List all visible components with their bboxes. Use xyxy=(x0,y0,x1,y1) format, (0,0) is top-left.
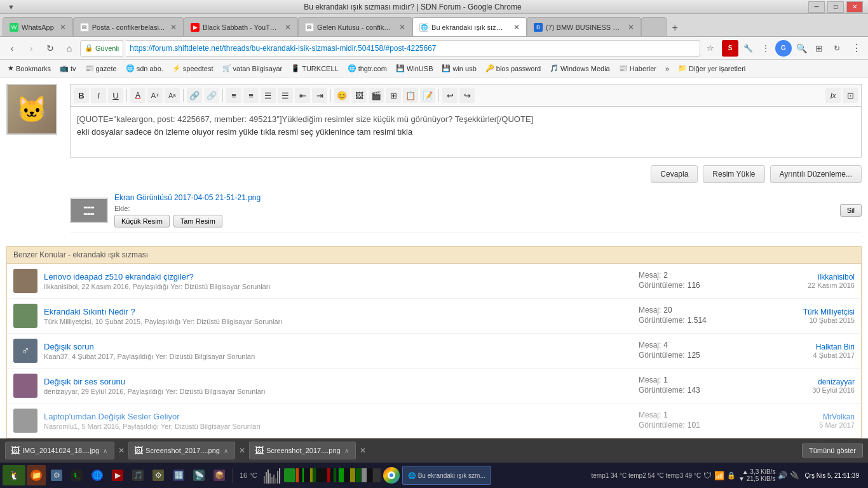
bookmark-other[interactable]: 📁 Diğer yer işaretleri xyxy=(674,62,749,76)
topic-5-author-name[interactable]: MrVolkan xyxy=(772,412,855,421)
chrome-menu[interactable]: ⋮ xyxy=(849,41,864,56)
security-badge[interactable]: 🔒 Güvenli xyxy=(80,40,123,57)
ext-icon6[interactable]: ⊞ xyxy=(811,40,827,57)
list-numbered[interactable]: ☰ xyxy=(278,88,293,103)
list-bullet[interactable]: ☰ xyxy=(261,88,276,103)
download-item-2[interactable]: 🖼 Screenshot_2017....png ∧ xyxy=(128,442,235,459)
bookmark-bookmarks[interactable]: ★ Bookmarks xyxy=(4,62,55,76)
media-button[interactable]: 🎬 xyxy=(369,88,384,103)
new-tab-button[interactable]: + xyxy=(667,20,683,36)
ext-icon5[interactable]: 🔍 xyxy=(793,40,810,57)
reload-button[interactable]: ↻ xyxy=(42,40,58,57)
forward-button[interactable]: › xyxy=(23,40,39,57)
taskbar-app-files[interactable]: 📁 xyxy=(27,465,46,485)
back-button[interactable]: ‹ xyxy=(4,40,20,57)
bookmark-winusb2[interactable]: 💾 win usb xyxy=(438,62,480,76)
dl-chevron-1[interactable]: ∧ xyxy=(102,446,109,456)
tab-gelen-close[interactable]: ✕ xyxy=(399,23,405,32)
tab-blacksabbath[interactable]: ▶ Black Sabbath - YouTu... ✕ xyxy=(184,17,298,36)
maximize-button[interactable]: □ xyxy=(827,1,844,13)
tray-icon-vol[interactable]: 🔊 xyxy=(778,471,787,480)
system-clock[interactable]: Çrş Nis 5, 21:51:39 xyxy=(802,472,862,479)
bookmark-tv[interactable]: 📺 tv xyxy=(56,62,80,76)
image-button[interactable]: 🖼 xyxy=(351,88,367,103)
taskbar-app-pkg[interactable]: 📦 xyxy=(210,465,229,485)
show-all-button[interactable]: Tümünü göster xyxy=(802,444,863,458)
topic-1-title[interactable]: Lenovo ideapad z510 ekrandaki çizgiler? xyxy=(44,272,632,281)
taskbar-app-settings[interactable]: ⚙ xyxy=(47,465,66,485)
tab-bmw-close[interactable]: ✕ xyxy=(628,23,634,32)
tab-empty[interactable] xyxy=(641,17,667,36)
tab-posta[interactable]: ✉ Posta - confikerbelasi... ✕ xyxy=(73,17,184,36)
table-button[interactable]: ⊞ xyxy=(386,88,401,103)
editor-body[interactable]: [QUOTE="kaleargon, post: 4225667, member… xyxy=(70,107,862,158)
ext-icon4[interactable]: G xyxy=(775,40,792,57)
tab-bmw[interactable]: B (7) BMW BUSINESS RD... ✕ xyxy=(527,17,641,36)
tab-blacksabbath-close[interactable]: ✕ xyxy=(285,23,291,32)
tab-gelen[interactable]: ✉ Gelen Kutusu - confike... ✕ xyxy=(298,17,412,36)
topic-3-author-name[interactable]: Halktan Biri xyxy=(772,342,855,351)
bookmark-winusb[interactable]: 💾 WinUSB xyxy=(392,62,437,76)
download-item-1[interactable]: 🖼 IMG_20141024_18....jpg ∧ xyxy=(5,442,114,459)
tab-whatsapp[interactable]: W WhatsApp ✕ xyxy=(3,17,73,36)
font-small-button[interactable]: Aa xyxy=(165,88,180,103)
bookmark-turkcell[interactable]: 📱 TURKCELL xyxy=(287,62,342,76)
taskbar-chrome[interactable] xyxy=(383,467,400,484)
bookmark-gazete[interactable]: 📰 gazete xyxy=(81,62,121,76)
taskbar-app-calc[interactable]: 🔢 xyxy=(169,465,188,485)
align-center[interactable]: ≡ xyxy=(243,88,259,103)
tab-forum-close[interactable]: ✕ xyxy=(513,23,520,32)
address-input[interactable] xyxy=(126,40,700,57)
bookmark-more[interactable]: » xyxy=(661,62,673,76)
full-image-button[interactable]: Tam Resim xyxy=(173,215,222,227)
tab-forum[interactable]: 🌐 Bu ekrandaki ışık sızma... ✕ xyxy=(412,17,527,36)
topic-2-author-name[interactable]: Türk Milliyetçisi xyxy=(772,308,855,316)
topic-5-title[interactable]: Laptop'umdan Değişik Sesler Geliyor xyxy=(44,412,632,421)
minimize-button[interactable]: ─ xyxy=(808,1,825,13)
underline-button[interactable]: U xyxy=(108,88,123,103)
link-button[interactable]: 🔗 xyxy=(187,88,202,103)
bookmark-bios[interactable]: 🔑 bios password xyxy=(482,62,545,76)
taskbar-app-net[interactable]: 📡 xyxy=(189,465,208,485)
taskbar-active-window[interactable]: 🌐 Bu ekrandaki ışık szm... xyxy=(402,466,491,485)
tray-icon-battery[interactable]: 🔌 xyxy=(790,471,799,480)
undo-button[interactable]: ↩ xyxy=(442,88,458,103)
advanced-button[interactable]: Ayrıntılı Düzenleme... xyxy=(770,165,862,183)
bookmark-thgtr[interactable]: 🌐 thgtr.com xyxy=(344,62,391,76)
code-button[interactable]: 📋 xyxy=(403,88,418,103)
font-color-button[interactable]: A xyxy=(130,88,146,103)
topic-4-author-name[interactable]: denizayyar xyxy=(772,377,855,386)
topic-3-title[interactable]: Değişik sorun xyxy=(44,342,632,351)
ext-shiftdelete[interactable]: S xyxy=(722,40,738,57)
indent-right[interactable]: ⇥ xyxy=(312,88,327,103)
taskbar-app-media[interactable]: ▶ xyxy=(108,465,127,485)
download-item-3[interactable]: 🖼 Screenshot_2017....png ∧ xyxy=(249,442,356,459)
taskbar-app-config[interactable]: ⚙ xyxy=(149,465,168,485)
tray-icon-lock[interactable]: 🔒 xyxy=(727,471,736,480)
taskbar-app-music[interactable]: 🎵 xyxy=(128,465,147,485)
redo-button[interactable]: ↪ xyxy=(459,88,475,103)
taskbar-app-terminal[interactable]: $_ xyxy=(67,465,86,485)
tab-posta-close[interactable]: ✕ xyxy=(170,23,177,32)
indent-left[interactable]: ⇤ xyxy=(295,88,310,103)
bookmark-vatan[interactable]: 🛒 vatan Bilgisayar xyxy=(219,62,287,76)
tab-whatsapp-close[interactable]: ✕ xyxy=(60,23,66,32)
topic-1-author-name[interactable]: ilkkanisibol xyxy=(772,273,855,281)
ext-icon7[interactable]: ↻ xyxy=(829,40,845,57)
bold-button[interactable]: B xyxy=(74,88,89,103)
source-button[interactable]: ⊡ xyxy=(843,88,858,103)
home-button[interactable]: ⌂ xyxy=(61,40,78,57)
ext-icon2[interactable]: 🔧 xyxy=(740,40,756,57)
dl-close-2[interactable]: ✕ xyxy=(239,446,245,455)
upload-button[interactable]: Resim Yükle xyxy=(703,165,764,183)
bookmark-star[interactable]: ☆ xyxy=(703,41,718,56)
dl-chevron-3[interactable]: ∧ xyxy=(343,446,350,456)
taskbar-app-browser[interactable]: 🌐 xyxy=(88,465,107,485)
close-button[interactable]: ✕ xyxy=(846,1,863,13)
unlink-button[interactable]: 🔗 xyxy=(204,88,219,103)
bookmark-sdn[interactable]: 🌐 sdn abo. xyxy=(122,62,167,76)
window-menu[interactable]: ▼ xyxy=(5,3,17,11)
topic-4-title[interactable]: Değişik bir ses sorunu xyxy=(44,377,632,386)
format-clear[interactable]: Ix xyxy=(825,88,841,103)
special-chars[interactable]: 📝 xyxy=(420,88,435,103)
